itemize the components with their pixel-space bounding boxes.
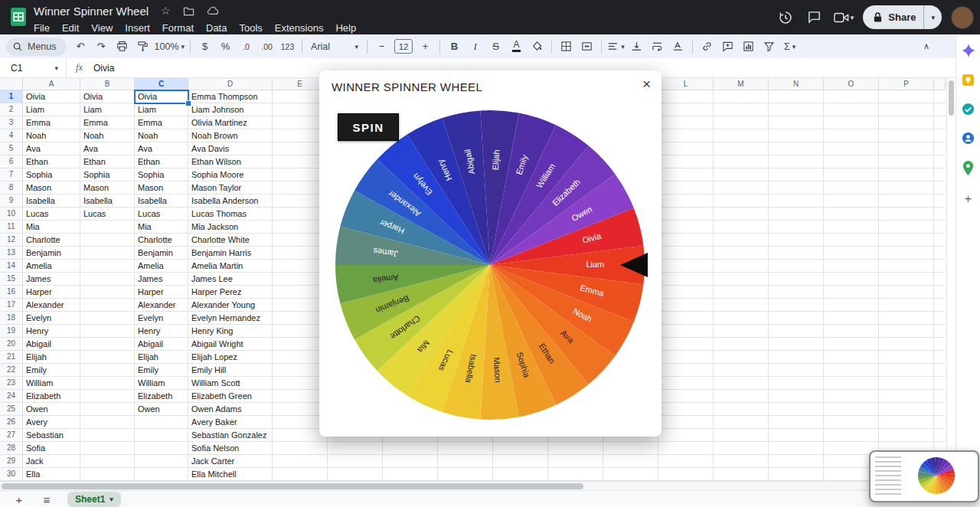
cell[interactable]: Sophia Moore bbox=[188, 168, 273, 182]
zoom-select[interactable]: 100%▾ bbox=[153, 38, 187, 56]
cell[interactable]: Emma bbox=[135, 116, 188, 129]
column-header-l[interactable]: L bbox=[658, 77, 714, 90]
row-header[interactable]: 29 bbox=[0, 455, 23, 468]
cell[interactable]: Oivia bbox=[80, 90, 135, 103]
gemini-icon[interactable] bbox=[962, 44, 975, 57]
row-header[interactable]: 19 bbox=[0, 325, 23, 338]
cell[interactable]: Elijah bbox=[23, 351, 80, 364]
select-all-corner[interactable] bbox=[0, 77, 23, 90]
cell[interactable]: Owen bbox=[135, 403, 188, 416]
cell[interactable]: Noah bbox=[135, 129, 188, 142]
row-header[interactable]: 11 bbox=[0, 221, 23, 234]
tasks-icon[interactable] bbox=[962, 103, 975, 116]
cell[interactable] bbox=[80, 260, 135, 273]
cell[interactable]: Ella Mitchell bbox=[188, 468, 273, 481]
row-header[interactable]: 25 bbox=[0, 403, 23, 416]
cell[interactable]: Benjamin Harris bbox=[188, 247, 273, 260]
cell[interactable]: Isabella bbox=[80, 195, 135, 208]
cell[interactable]: Elizabeth bbox=[135, 390, 188, 403]
cell[interactable] bbox=[135, 416, 188, 429]
row-header[interactable]: 3 bbox=[0, 116, 23, 129]
cell[interactable]: Alexander bbox=[23, 299, 80, 312]
menu-edit[interactable]: Edit bbox=[56, 20, 85, 36]
cell[interactable] bbox=[135, 455, 188, 468]
cell[interactable] bbox=[80, 312, 135, 325]
number-format-button[interactable]: 123 bbox=[277, 38, 298, 56]
cell[interactable]: Ethan bbox=[80, 155, 135, 168]
cell[interactable]: Liam bbox=[80, 103, 135, 116]
all-sheets-button[interactable]: ≡ bbox=[38, 493, 55, 506]
cell[interactable]: Liam bbox=[135, 103, 188, 116]
row-header[interactable]: 30 bbox=[0, 468, 23, 481]
cell[interactable] bbox=[80, 442, 135, 455]
cell[interactable]: Ava bbox=[80, 142, 135, 155]
bold-button[interactable]: B bbox=[444, 38, 465, 56]
cell[interactable]: Ava Davis bbox=[188, 142, 273, 155]
cell[interactable] bbox=[80, 455, 135, 468]
vertical-scrollbar-thumb[interactable] bbox=[949, 80, 954, 116]
spin-button[interactable]: SPIN bbox=[338, 113, 399, 141]
cell[interactable] bbox=[80, 299, 135, 312]
cell[interactable]: Mason bbox=[135, 182, 188, 195]
cell[interactable]: Mia bbox=[23, 221, 80, 234]
merge-cells-button[interactable] bbox=[577, 38, 597, 56]
cell[interactable]: William Scott bbox=[188, 377, 273, 390]
cell[interactable]: Mia bbox=[135, 221, 188, 234]
column-header-m[interactable]: M bbox=[714, 77, 769, 90]
cell[interactable] bbox=[80, 429, 135, 442]
cell[interactable]: Jack bbox=[23, 455, 80, 468]
cell[interactable]: Sophia bbox=[135, 168, 188, 182]
vertical-align-button[interactable] bbox=[626, 38, 647, 56]
column-header-d[interactable]: D bbox=[188, 77, 273, 90]
column-header-n[interactable]: N bbox=[769, 77, 824, 90]
cell[interactable]: Ethan Wilson bbox=[188, 155, 273, 168]
row-header[interactable]: 18 bbox=[0, 312, 23, 325]
column-header-o[interactable]: O bbox=[824, 77, 879, 90]
font-family-select[interactable]: Arial▾ bbox=[306, 38, 363, 56]
menu-tools[interactable]: Tools bbox=[233, 20, 268, 36]
text-rotation-button[interactable] bbox=[668, 38, 688, 56]
cell[interactable]: Evelyn bbox=[135, 312, 188, 325]
insert-comment-button[interactable] bbox=[717, 38, 738, 56]
cell[interactable]: Avery bbox=[23, 416, 80, 429]
tab-sheet1[interactable]: Sheet1 ▾ bbox=[67, 492, 121, 507]
cell[interactable] bbox=[80, 273, 135, 286]
functions-button[interactable]: Σ▾ bbox=[779, 38, 800, 56]
cell[interactable]: Emily bbox=[23, 364, 80, 377]
text-wrap-button[interactable] bbox=[647, 38, 668, 56]
format-percent-button[interactable]: % bbox=[215, 38, 236, 56]
cell[interactable]: Owen Adams bbox=[188, 403, 273, 416]
cell[interactable]: Lucas Thomas bbox=[188, 208, 273, 221]
cell[interactable]: William bbox=[23, 377, 80, 390]
grid-right-area[interactable] bbox=[658, 90, 946, 481]
cell[interactable] bbox=[80, 364, 135, 377]
cell[interactable]: Sebastian bbox=[23, 429, 80, 442]
row-header[interactable]: 24 bbox=[0, 390, 23, 403]
cell[interactable] bbox=[80, 338, 135, 351]
cell[interactable]: Isabella bbox=[23, 195, 80, 208]
horizontal-align-button[interactable]: ▾ bbox=[606, 38, 626, 56]
cell[interactable]: Emma bbox=[80, 116, 135, 129]
cell[interactable]: Emma Thompson bbox=[188, 90, 273, 103]
cell[interactable] bbox=[80, 403, 135, 416]
increase-font-size-button[interactable]: + bbox=[415, 38, 436, 56]
cell[interactable]: Henry bbox=[135, 325, 188, 338]
create-filter-button[interactable] bbox=[759, 38, 779, 56]
cell[interactable]: Evelyn bbox=[23, 312, 80, 325]
cell[interactable] bbox=[80, 286, 135, 299]
cell[interactable] bbox=[80, 351, 135, 364]
row-header[interactable]: 8 bbox=[0, 182, 23, 195]
cell[interactable]: Elijah Lopez bbox=[188, 351, 273, 364]
cell[interactable]: Liam Johnson bbox=[188, 103, 273, 116]
close-icon[interactable]: × bbox=[642, 76, 651, 93]
row-header[interactable]: 4 bbox=[0, 129, 23, 142]
column-header-b[interactable]: B bbox=[80, 77, 135, 90]
menu-extensions[interactable]: Extensions bbox=[269, 20, 330, 36]
row-header[interactable]: 27 bbox=[0, 429, 23, 442]
meet-button[interactable]: ▾ bbox=[834, 11, 854, 24]
menu-format[interactable]: Format bbox=[156, 20, 200, 36]
cell[interactable]: Mason bbox=[80, 182, 135, 195]
row-header[interactable]: 17 bbox=[0, 299, 23, 312]
cell[interactable]: Ava bbox=[23, 142, 80, 155]
decrease-font-size-button[interactable]: − bbox=[371, 38, 392, 56]
